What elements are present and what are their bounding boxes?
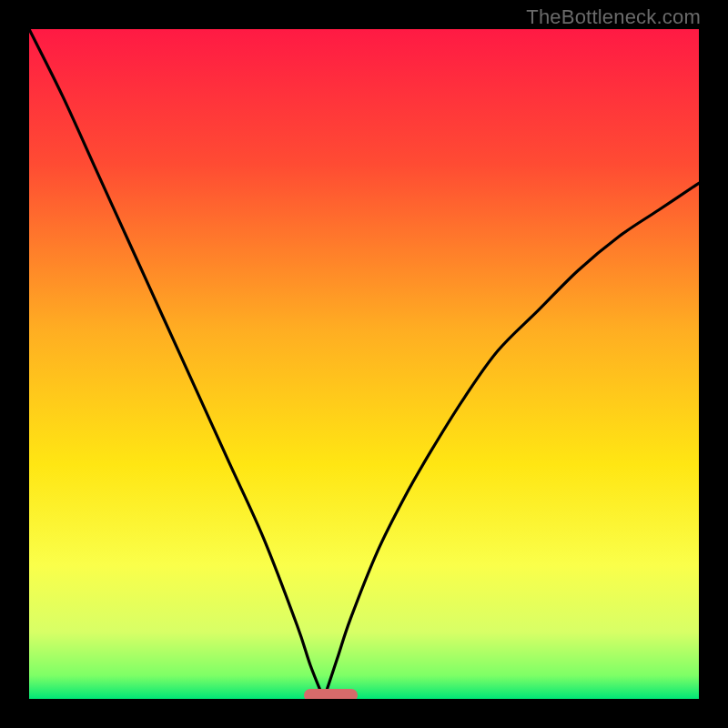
bottleneck-curves: [29, 29, 699, 699]
plot-area: [29, 29, 699, 699]
watermark-text: TheBottleneck.com: [526, 5, 701, 29]
chart-frame: TheBottleneck.com: [0, 0, 728, 728]
optimal-range-marker: [304, 689, 358, 699]
curve-right: [324, 183, 699, 699]
curve-left: [29, 29, 324, 699]
